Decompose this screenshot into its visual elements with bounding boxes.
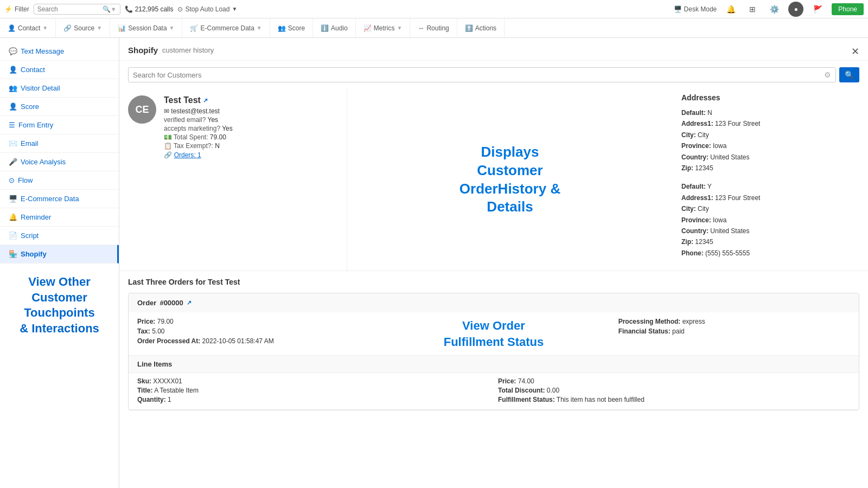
sidebar-item-text-message[interactable]: 💬 Text Message xyxy=(0,42,119,61)
nav-score[interactable]: 👥 Score xyxy=(270,18,313,37)
nav-source-label: Source xyxy=(74,24,94,32)
spent-icon: 💵 xyxy=(164,133,172,141)
reminder-icon: 🔔 xyxy=(9,213,17,221)
script-icon: 📄 xyxy=(9,232,17,240)
customer-orders-row: 🔗 Orders: 1 xyxy=(164,151,233,159)
filter-button[interactable]: ⚡ Filter xyxy=(4,5,29,13)
search-input[interactable] xyxy=(37,5,103,13)
address1-default: Default: N xyxy=(681,107,859,118)
sidebar-item-contact[interactable]: 👤 Contact xyxy=(0,61,119,79)
close-button[interactable]: ✕ xyxy=(851,46,859,57)
address2-street-val: 123 Four Street xyxy=(715,194,760,202)
bell-icon[interactable]: 🔔 xyxy=(723,2,738,17)
avatar: CE xyxy=(128,95,156,124)
orders-link[interactable]: Orders: 1 xyxy=(174,151,201,159)
promo-line3: OrderHistory & xyxy=(459,180,560,198)
session-nav-chevron: ▼ xyxy=(169,25,175,31)
sidebar-item-script[interactable]: 📄 Script xyxy=(0,227,119,245)
address2-province: Province: Iowa xyxy=(681,215,859,226)
title-value: A Testable Item xyxy=(154,387,199,394)
nav-routing[interactable]: ↔️ Routing xyxy=(410,18,457,37)
flow-icon: ⊙ xyxy=(9,176,15,184)
order-left: Price: 79.00 Tax: 5.00 Order Processed A… xyxy=(137,318,369,350)
order-right: View Order Fulfillment Status xyxy=(378,318,609,350)
sidebar-reminder-label: Reminder xyxy=(21,213,51,221)
shopify-header: Shopify customer history ✕ xyxy=(119,38,868,61)
promo-line4: Details xyxy=(459,198,560,216)
nav-source[interactable]: 🔗 Source ▼ xyxy=(56,18,110,37)
addresses-title: Addresses xyxy=(681,93,859,102)
nav-ecommerce[interactable]: 🛒 E-Commerce Data ▼ xyxy=(182,18,270,37)
shopify-subtitle: customer history xyxy=(162,46,214,54)
external-link-icon[interactable]: ↗ xyxy=(203,97,208,104)
sidebar-item-shopify[interactable]: 🏪 Shopify xyxy=(0,245,119,264)
nav-metrics[interactable]: 📈 Metrics ▼ xyxy=(356,18,411,37)
customer-details: Test Test ↗ ✉ testest@test.test verified… xyxy=(164,95,233,159)
sidebar-flow-label: Flow xyxy=(18,176,33,184)
nav-routing-label: Routing xyxy=(426,24,449,32)
stop-auto-label: Stop Auto Load xyxy=(185,5,229,13)
order-price-value: 79.00 xyxy=(157,318,174,325)
source-nav-chevron: ▼ xyxy=(97,25,102,31)
address2-city: City: City xyxy=(681,203,859,214)
customer-search-input[interactable] xyxy=(133,71,824,79)
verified-email-value: Yes xyxy=(207,116,218,124)
promo-line2: Customer xyxy=(459,162,560,180)
sidebar-item-flow[interactable]: ⊙ Flow xyxy=(0,171,119,190)
sidebar-item-visitor-detail[interactable]: 👥 Visitor Detail xyxy=(0,79,119,98)
address1-country-val: United States xyxy=(710,153,749,161)
search-wrapper: 🔍 ▼ xyxy=(34,4,120,15)
calls-icon: 📞 xyxy=(125,5,133,13)
order-promo: View Order Fulfillment Status xyxy=(378,318,609,350)
line-item-left: Sku: XXXXX01 Title: A Testable Item Quan… xyxy=(137,377,489,405)
sidebar-item-score[interactable]: 👤 Score xyxy=(0,98,119,116)
email-detail-icon: ✉ xyxy=(164,107,169,115)
address1-zip-val: 12345 xyxy=(695,164,713,172)
touchpoints-line4: & Interactions xyxy=(9,321,110,337)
order-promo-text: View Order Fulfillment Status xyxy=(444,318,544,350)
order-body: Price: 79.00 Tax: 5.00 Order Processed A… xyxy=(129,312,859,356)
form-entry-icon: ☰ xyxy=(9,121,15,129)
sidebar-item-voice-analysis[interactable]: 🎤 Voice Analysis xyxy=(0,153,119,171)
sidebar-item-form-entry[interactable]: ☰ Form Entry xyxy=(0,116,119,134)
order-promo-line1: View Order xyxy=(444,318,544,334)
sidebar-text-message-label: Text Message xyxy=(21,47,64,55)
nav-metrics-label: Metrics xyxy=(374,24,395,32)
total-discount-value: 0.00 xyxy=(547,387,559,394)
phone-button[interactable]: Phone xyxy=(832,3,864,15)
nav-contact[interactable]: 👤 Contact ▼ xyxy=(0,18,56,37)
processing-method-value: express xyxy=(682,318,705,325)
record-icon[interactable]: ● xyxy=(788,2,803,17)
nav-audio[interactable]: ℹ️ Audio xyxy=(313,18,356,37)
top-bar-right: 🖥️ Desk Mode 🔔 ⊞ ⚙️ ● 🚩 Phone xyxy=(674,2,864,17)
sidebar-item-reminder[interactable]: 🔔 Reminder xyxy=(0,208,119,227)
orders-section-title: Last Three Orders for Test Test xyxy=(128,278,859,286)
order-tax-field: Tax: 5.00 xyxy=(137,328,369,335)
stop-auto-load[interactable]: ⊙ Stop Auto Load ▼ xyxy=(177,5,237,13)
order-tax-value: 5.00 xyxy=(152,328,164,335)
shopify-panel: Shopify customer history ✕ ⚙ 🔍 CE xyxy=(119,38,868,426)
settings-icon[interactable]: ⚙️ xyxy=(767,2,782,17)
tax-exempt-value: N xyxy=(215,142,220,150)
line-items-title: Line Items xyxy=(129,356,859,373)
stop-icon: ⊙ xyxy=(177,5,183,13)
stop-chevron-icon: ▼ xyxy=(232,6,237,12)
customer-email-row: ✉ testest@test.test xyxy=(164,107,233,115)
search-settings-icon: ⚙ xyxy=(824,70,831,79)
nav-actions[interactable]: ⬆️ Actions xyxy=(457,18,505,37)
sidebar-email-label: Email xyxy=(21,139,39,147)
customer-search-input-wrap: ⚙ xyxy=(128,67,836,82)
customer-search-button[interactable]: 🔍 xyxy=(839,67,859,82)
sidebar-item-ecommerce-data[interactable]: 🖥️ E-Commerce Data xyxy=(0,190,119,208)
shopify-icon: 🏪 xyxy=(9,250,17,258)
sidebar-item-email[interactable]: ✉️ Email xyxy=(0,134,119,153)
order-external-link-icon[interactable]: ↗ xyxy=(187,299,192,306)
grid-icon[interactable]: ⊞ xyxy=(745,2,760,17)
sku-value: XXXXX01 xyxy=(153,377,182,385)
promo-text: Displays Customer OrderHistory & Details xyxy=(459,143,560,216)
avatar-initials: CE xyxy=(135,104,149,115)
desk-mode-button[interactable]: 🖥️ Desk Mode xyxy=(674,5,717,13)
nav-session[interactable]: 📊 Session Data ▼ xyxy=(110,18,182,37)
sidebar-form-label: Form Entry xyxy=(18,121,53,129)
flag-icon[interactable]: 🚩 xyxy=(810,2,825,17)
